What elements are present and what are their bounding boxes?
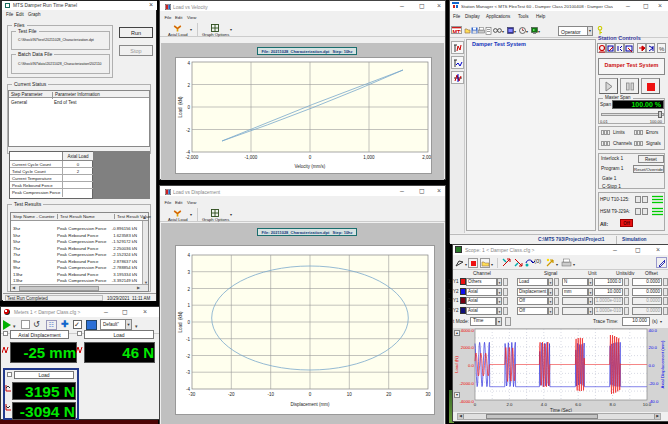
svg-text:-2: -2 [186, 128, 190, 133]
svg-text:1,000: 1,000 [363, 155, 375, 160]
svg-text:40.0: 40.0 [649, 328, 658, 333]
svg-text:-4000.0: -4000.0 [459, 399, 474, 404]
svg-text:2: 2 [187, 83, 190, 88]
svg-text:Load (kN): Load (kN) [178, 311, 183, 333]
svg-text:Axial Displacement (mm): Axial Displacement (mm) [660, 340, 665, 388]
svg-text:1: 1 [187, 303, 190, 308]
svg-text:20: 20 [386, 392, 392, 397]
svg-text:Time (Sec): Time (Sec) [550, 408, 572, 412]
svg-text:0: 0 [309, 155, 312, 160]
svg-text:4000.0: 4000.0 [461, 328, 475, 333]
svg-text:-2,000: -2,000 [186, 155, 199, 160]
svg-text:2: 2 [187, 287, 190, 292]
svg-text:-1: -1 [186, 337, 190, 342]
svg-text:30: 30 [425, 392, 431, 397]
svg-text:10.0: 10.0 [643, 402, 652, 407]
svg-text:-1,000: -1,000 [245, 155, 258, 160]
svg-text:Load (N): Load (N) [454, 356, 459, 373]
svg-text:4.0: 4.0 [541, 402, 548, 407]
svg-text:-2000.0: -2000.0 [459, 381, 474, 386]
svg-text:-20.0: -20.0 [649, 381, 659, 386]
svg-text:0: 0 [187, 105, 190, 110]
svg-text:0.0: 0.0 [649, 363, 656, 368]
svg-text:6.0: 6.0 [575, 402, 582, 407]
svg-text:0: 0 [309, 392, 312, 397]
svg-text:2000.0: 2000.0 [461, 345, 475, 350]
svg-text:Displacement (mm): Displacement (mm) [290, 402, 330, 407]
svg-text:3: 3 [187, 270, 190, 275]
svg-text:MTS: MTS [453, 29, 463, 35]
svg-text:-10: -10 [267, 392, 274, 397]
svg-text:4: 4 [187, 253, 190, 258]
svg-text:0: 0 [474, 402, 477, 407]
svg-text:10: 10 [347, 392, 353, 397]
svg-text:20.0: 20.0 [649, 345, 658, 350]
svg-text:0.0: 0.0 [468, 363, 475, 368]
svg-text:Velocity (mm/s): Velocity (mm/s) [295, 164, 326, 169]
svg-text:-20: -20 [228, 392, 235, 397]
svg-text:8.0: 8.0 [610, 402, 617, 407]
svg-text:Load (kN): Load (kN) [178, 96, 183, 118]
svg-text:-3: -3 [186, 370, 190, 375]
svg-text:2,000: 2,000 [422, 155, 431, 160]
svg-text:%: % [659, 46, 665, 52]
svg-text:4: 4 [187, 61, 190, 66]
svg-text:-2: -2 [186, 354, 190, 359]
svg-text:2.0: 2.0 [506, 402, 513, 407]
svg-text:0: 0 [187, 320, 190, 325]
svg-text:-30: -30 [189, 392, 196, 397]
